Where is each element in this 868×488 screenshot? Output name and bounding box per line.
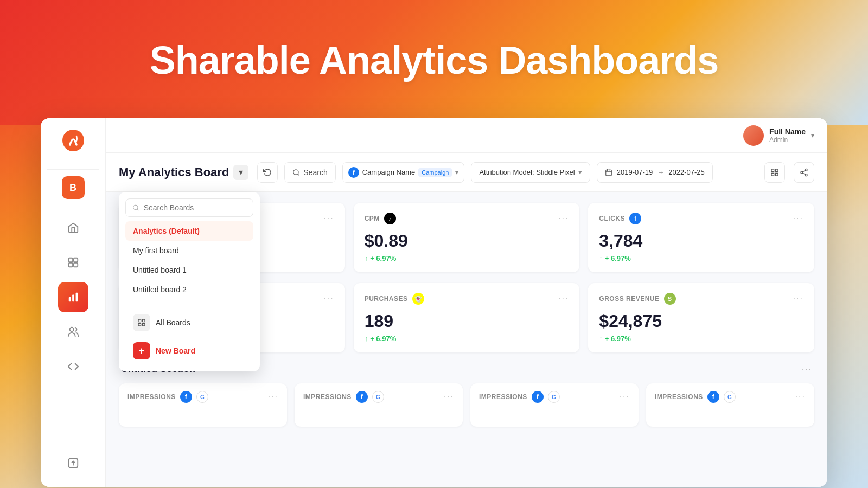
- metric-card-purchases: PURCHASES 👻 ··· 189 ↑ + 6.97%: [354, 283, 580, 352]
- calendar-icon: [605, 169, 612, 176]
- refresh-icon: [263, 168, 272, 177]
- search-button[interactable]: Search: [284, 162, 335, 183]
- grid-view-button[interactable]: [764, 162, 785, 183]
- bottom-card-2: IMPRESSIONS f G ···: [470, 383, 639, 427]
- sidebar-logo[interactable]: [60, 127, 87, 154]
- metric-card-clicks: CLICKS f ··· 3,784 ↑ + 6.97%: [588, 203, 814, 272]
- bottom-card-2-fb-icon: f: [532, 391, 544, 403]
- boards-grid-icon: [137, 318, 146, 327]
- bottom-card-3: IMPRESSIONS f G ···: [646, 383, 814, 427]
- impressions-more-button[interactable]: ···: [323, 214, 334, 223]
- bottom-card-2-more-button[interactable]: ···: [620, 392, 630, 402]
- filter-pill[interactable]: f Campaign Name Campaign ▾: [342, 162, 465, 183]
- attribution-button[interactable]: Attribution Model: Stiddle Pixel ▾: [471, 162, 590, 183]
- avatar: [743, 125, 764, 146]
- bottom-card-label-row-3: IMPRESSIONS f G: [655, 391, 736, 403]
- bottom-card-label-3: IMPRESSIONS: [655, 393, 703, 401]
- gross-revenue-more-button[interactable]: ···: [793, 294, 803, 304]
- svg-point-0: [62, 130, 84, 151]
- search-boards-input[interactable]: [144, 203, 246, 212]
- refresh-button[interactable]: [257, 162, 278, 183]
- svg-rect-21: [142, 319, 145, 322]
- cpm-label: CPM: [365, 215, 380, 222]
- metric-label-row-purchases: PURCHASES 👻: [365, 293, 424, 305]
- board-icon: [67, 256, 79, 268]
- svg-rect-11: [605, 170, 611, 176]
- bottom-card-2-google-icon: G: [548, 391, 560, 403]
- sidebar-item-code[interactable]: [58, 351, 88, 382]
- filter-badge: Campaign: [418, 168, 452, 177]
- svg-rect-23: [142, 323, 145, 326]
- logo-icon: [62, 130, 84, 151]
- board-selector[interactable]: My Analytics Board ▾: [119, 165, 248, 180]
- hero-title: Sharable Analytics Dashboards: [150, 38, 719, 82]
- app-container: B: [41, 118, 827, 487]
- users-icon: [67, 326, 79, 338]
- svg-point-8: [69, 328, 73, 331]
- svg-rect-22: [138, 323, 141, 326]
- purchases-change: ↑ + 6.97%: [365, 335, 569, 343]
- clicks-fb-icon: f: [629, 213, 641, 224]
- sidebar: B: [41, 118, 106, 487]
- purchases-more-button[interactable]: ···: [558, 294, 569, 304]
- dropdown-item-untitled-2[interactable]: Untitled board 2: [125, 280, 253, 299]
- date-end: 2022-07-25: [668, 168, 705, 176]
- new-board-button[interactable]: + New Board: [125, 337, 253, 365]
- svg-rect-1: [68, 258, 72, 262]
- svg-rect-5: [68, 297, 71, 301]
- sidebar-divider-2: [47, 206, 99, 206]
- clicks-arrow-icon: ↑: [599, 254, 603, 262]
- workspace-badge[interactable]: B: [62, 176, 85, 199]
- bottom-card-0-fb-icon: f: [180, 391, 192, 403]
- ctr-more-button[interactable]: ···: [323, 294, 334, 304]
- bottom-card-label-0: IMPRESSIONS: [127, 393, 176, 401]
- bottom-card-label-row-1: IMPRESSIONS f G: [303, 391, 384, 403]
- share-button[interactable]: [794, 162, 814, 183]
- bottom-card-3-more-button[interactable]: ···: [795, 392, 806, 402]
- bottom-card-1-more-button[interactable]: ···: [444, 392, 454, 402]
- purchases-label: PURCHASES: [365, 295, 408, 303]
- dropdown-item-first-board[interactable]: My first board: [125, 241, 253, 260]
- sidebar-item-upload[interactable]: [58, 448, 88, 478]
- sidebar-item-home[interactable]: [58, 213, 88, 243]
- sidebar-item-analytics[interactable]: [58, 282, 88, 312]
- clicks-change: ↑ + 6.97%: [599, 254, 803, 262]
- all-boards-button[interactable]: All Boards: [125, 309, 253, 337]
- purchases-arrow-icon: ↑: [365, 335, 368, 343]
- date-range-picker[interactable]: 2019-07-19 → 2022-07-25: [597, 162, 713, 183]
- cpm-more-button[interactable]: ···: [558, 214, 569, 223]
- dropdown-item-untitled-1[interactable]: Untitled board 1: [125, 260, 253, 280]
- tiktok-platform-icon: ♪: [384, 213, 396, 224]
- bottom-card-0-more-button[interactable]: ···: [268, 392, 278, 402]
- upload-icon: [67, 457, 79, 469]
- bottom-card-1-fb-icon: f: [356, 391, 368, 403]
- clicks-label: CLICKS: [599, 215, 625, 222]
- new-board-label: New Board: [156, 346, 195, 355]
- bottom-card-1-google-icon: G: [372, 391, 384, 403]
- bottom-card-header-3: IMPRESSIONS f G ···: [655, 391, 806, 403]
- all-boards-icon: [133, 314, 150, 331]
- gross-revenue-label: GROSS REVENUE: [599, 295, 659, 303]
- metric-header-clicks: CLICKS f ···: [599, 213, 803, 224]
- metric-header-gross-revenue: GROSS REVENUE S ···: [599, 293, 803, 305]
- sidebar-item-users[interactable]: [58, 317, 88, 347]
- attribution-chevron-icon: ▾: [578, 168, 582, 176]
- bottom-card-header-2: IMPRESSIONS f G ···: [479, 391, 630, 403]
- bottom-card-0-google-icon: G: [196, 391, 208, 403]
- bottom-card-0: IMPRESSIONS f G ···: [119, 383, 287, 427]
- home-icon: [67, 222, 79, 234]
- board-dropdown: Analytics (Default) My first board Untit…: [119, 192, 260, 371]
- attribution-label: Attribution Model: Stiddle Pixel: [479, 168, 575, 176]
- section-more-button[interactable]: ···: [802, 364, 812, 374]
- user-info[interactable]: Full Name Admin ▾: [743, 125, 814, 146]
- metric-header-cpm: CPM ♪ ···: [365, 213, 569, 224]
- gross-revenue-arrow-icon: ↑: [599, 335, 603, 343]
- clicks-more-button[interactable]: ···: [793, 214, 803, 223]
- dropdown-search-container[interactable]: [125, 198, 253, 217]
- metric-header-purchases: PURCHASES 👻 ···: [365, 293, 569, 305]
- bottom-card-label-2: IMPRESSIONS: [479, 393, 527, 401]
- dropdown-item-analytics-default[interactable]: Analytics (Default): [125, 221, 253, 241]
- date-arrow-icon: →: [657, 168, 664, 176]
- facebook-filter-icon: f: [348, 167, 359, 178]
- sidebar-item-board[interactable]: [58, 247, 88, 278]
